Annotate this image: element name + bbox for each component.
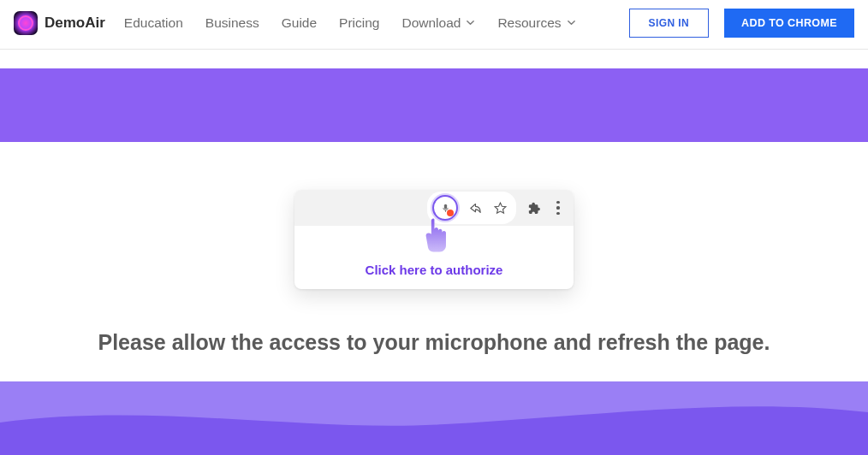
- nav-resources-label: Resources: [497, 15, 561, 31]
- nav-guide[interactable]: Guide: [282, 15, 317, 31]
- nav-download[interactable]: Download: [401, 15, 475, 31]
- primary-nav: Education Business Guide Pricing Downloa…: [124, 15, 629, 31]
- permission-section: Click here to authorize Please allow the…: [0, 142, 868, 381]
- hero-band: [0, 68, 868, 142]
- browser-toolbar: [294, 190, 574, 226]
- chevron-down-icon: [567, 18, 576, 27]
- toolbar-actions-group: [427, 192, 516, 224]
- nav-business-label: Business: [205, 15, 259, 31]
- nav-guide-label: Guide: [282, 15, 317, 31]
- microphone-permission-icon[interactable]: [432, 195, 458, 221]
- nav-pricing[interactable]: Pricing: [339, 15, 379, 31]
- extensions-puzzle-icon[interactable]: [526, 201, 541, 216]
- brand-logo-icon: [14, 11, 38, 35]
- add-to-chrome-button[interactable]: ADD TO CHROME: [724, 9, 854, 38]
- share-icon[interactable]: [468, 201, 483, 216]
- nav-pricing-label: Pricing: [339, 15, 379, 31]
- bookmark-star-icon[interactable]: [493, 201, 508, 216]
- nav-download-label: Download: [401, 15, 461, 31]
- nav-business[interactable]: Business: [205, 15, 259, 31]
- signin-button[interactable]: SIGN IN: [629, 9, 709, 38]
- nav-education[interactable]: Education: [124, 15, 183, 31]
- header-actions: SIGN IN ADD TO CHROME: [629, 9, 854, 38]
- chevron-down-icon: [466, 18, 475, 27]
- site-header: DemoAir Education Business Guide Pricing…: [0, 0, 868, 50]
- instruction-heading: Please allow the access to your micropho…: [98, 330, 770, 355]
- popup-body: Click here to authorize: [294, 226, 574, 289]
- brand-name: DemoAir: [45, 15, 105, 32]
- authorize-link[interactable]: Click here to authorize: [366, 263, 503, 277]
- nav-resources[interactable]: Resources: [497, 15, 575, 31]
- footer-wave: [0, 381, 868, 455]
- browser-toolbar-popup: Click here to authorize: [294, 190, 574, 289]
- brand-logo[interactable]: DemoAir: [14, 11, 105, 35]
- mic-blocked-badge-icon: [447, 210, 454, 216]
- nav-education-label: Education: [124, 15, 183, 31]
- kebab-menu-icon[interactable]: [551, 201, 565, 215]
